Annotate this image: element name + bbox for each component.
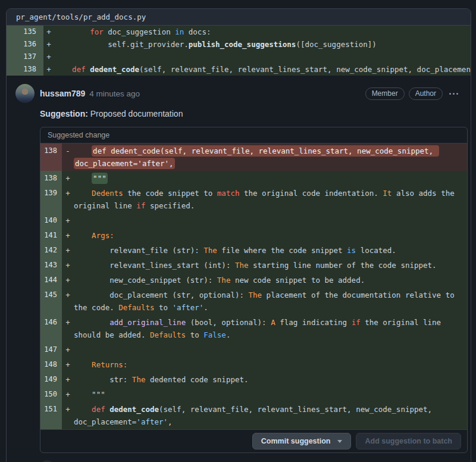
diff-marker: +	[43, 63, 54, 76]
add-suggestion-to-batch-button[interactable]: Add suggestion to batch	[356, 433, 461, 449]
line-number: 151	[40, 402, 62, 429]
code-line: Returns:	[74, 357, 467, 372]
comment-header-right: Member Author	[365, 88, 461, 100]
diff-row-add: 138+ def dedent_code(self, relevant_file…	[7, 63, 471, 76]
diff-marker: +	[62, 357, 74, 372]
code-line: """	[74, 387, 467, 402]
commit-suggestion-button[interactable]: Commit suggestion	[252, 433, 352, 449]
diff-marker: +	[43, 26, 54, 38]
line-number: 138	[7, 63, 43, 76]
diff-marker: +	[62, 342, 74, 357]
diff-marker: +	[43, 38, 54, 51]
comment-timestamp[interactable]: 4 minutes ago	[89, 89, 140, 98]
code-line: """	[74, 171, 467, 186]
line-number: 145	[40, 288, 62, 315]
diff-row-add: 148+ Returns:	[40, 357, 467, 372]
diff-row-add: 150+ """	[40, 387, 467, 402]
review-comment: hussam789 4 minutes ago Member Author Su…	[7, 76, 471, 462]
diff-row-add: 136+ self.git_provider.publish_code_sugg…	[7, 38, 471, 51]
diff-row-add: 142+ relevant_file (str): The file where…	[40, 243, 467, 258]
line-number: 136	[7, 38, 43, 51]
diff-row-add: 138+ """	[40, 171, 467, 186]
code-line: doc_placement (str, optional): The place…	[74, 288, 467, 315]
diff-row-del: 138- def dedent_code(self, relevant_file…	[40, 143, 467, 171]
diff-marker: +	[62, 273, 74, 288]
diff-row-add: 147+	[40, 342, 467, 357]
suggestion-diff: 138- def dedent_code(self, relevant_file…	[40, 143, 467, 429]
code-line: new_code_snippet (str): The new code sni…	[74, 273, 467, 288]
author-badge: Author	[409, 88, 443, 100]
diff-row-add: 149+ str: The dedented code snippet.	[40, 372, 467, 387]
line-number: 149	[40, 372, 62, 387]
line-number: 137	[7, 51, 43, 63]
diff-marker: +	[62, 387, 74, 402]
diff-row-add: 151+ def dedent_code(self, relevant_file…	[40, 402, 467, 429]
diff-row-add: 137+	[7, 51, 471, 63]
diff-row-add: 139+ Dedents the code snippet to match t…	[40, 186, 467, 213]
author-link[interactable]: hussam789	[40, 89, 85, 98]
diff-marker: +	[62, 258, 74, 273]
code-line: Dedents the code snippet to match the or…	[74, 186, 467, 213]
diff-row-add: 140+	[40, 213, 467, 228]
diff-row-add: 141+ Args:	[40, 228, 467, 243]
member-badge: Member	[365, 88, 405, 100]
diff-marker: -	[62, 143, 74, 171]
suggestion-label: Suggestion:	[40, 109, 88, 118]
code-line: str: The dedented code snippet.	[74, 372, 467, 387]
diff-row-add: 145+ doc_placement (str, optional): The …	[40, 288, 467, 315]
line-number: 141	[40, 228, 62, 243]
code-line: def dedent_code(self, relevant_file, rel…	[74, 143, 467, 171]
line-number: 135	[7, 26, 43, 38]
file-path-link[interactable]: pr_agent/tools/pr_add_docs.py	[16, 13, 146, 21]
comment-body-text: Suggestion: Proposed documentation	[40, 109, 468, 118]
diff-marker: +	[62, 171, 74, 186]
diff-marker: +	[62, 402, 74, 429]
kebab-menu-icon[interactable]	[447, 89, 461, 98]
pr-review-page: pr_agent/tools/pr_add_docs.py 135+ for d…	[0, 0, 476, 462]
code-line: def dedent_code(self, relevant_file, rel…	[54, 63, 471, 76]
diff-row-add: 135+ for doc_suggestion in docs:	[7, 26, 471, 38]
diff-row-add: 146+ add_original_line (bool, optional):…	[40, 315, 467, 342]
suggested-change-header: Suggested change	[40, 127, 467, 143]
code-line	[74, 213, 467, 228]
diff-marker: +	[62, 315, 74, 342]
dropdown-caret-icon	[337, 440, 342, 443]
line-number: 142	[40, 243, 62, 258]
avatar[interactable]	[15, 84, 35, 103]
line-number: 150	[40, 387, 62, 402]
line-number: 147	[40, 342, 62, 357]
file-context-diff: 135+ for doc_suggestion in docs:136+ sel…	[7, 26, 471, 76]
comment-header: hussam789 4 minutes ago Member Author	[40, 84, 468, 103]
code-line: self.git_provider.publish_code_suggestio…	[54, 38, 471, 51]
code-line: Args:	[74, 228, 467, 243]
code-line: relevant_lines_start (int): The starting…	[74, 258, 467, 273]
review-thread-container: pr_agent/tools/pr_add_docs.py 135+ for d…	[6, 8, 471, 462]
diff-marker: +	[62, 213, 74, 228]
diff-marker: +	[62, 288, 74, 315]
line-number: 140	[40, 213, 62, 228]
code-line	[74, 342, 467, 357]
code-line: def dedent_code(self, relevant_file, rel…	[74, 402, 467, 429]
suggested-change-block: Suggested change 138- def dedent_code(se…	[40, 127, 468, 453]
diff-marker: +	[62, 372, 74, 387]
diff-row-add: 143+ relevant_lines_start (int): The sta…	[40, 258, 467, 273]
code-line: add_original_line (bool, optional): A fl…	[74, 315, 467, 342]
code-line	[54, 51, 471, 63]
line-number: 144	[40, 273, 62, 288]
diff-marker: +	[62, 243, 74, 258]
line-number: 139	[40, 186, 62, 213]
suggestion-text: Proposed documentation	[88, 109, 183, 118]
code-line: relevant_file (str): The file where the …	[74, 243, 467, 258]
diff-marker: +	[62, 186, 74, 213]
diff-marker: +	[62, 228, 74, 243]
suggestion-footer: Commit suggestion Add suggestion to batc…	[40, 429, 467, 452]
line-number: 138	[40, 171, 62, 186]
diff-marker: +	[43, 51, 54, 63]
file-header: pr_agent/tools/pr_add_docs.py	[7, 9, 471, 26]
code-line: for doc_suggestion in docs:	[54, 26, 471, 38]
line-number: 146	[40, 315, 62, 342]
diff-row-add: 144+ new_code_snippet (str): The new cod…	[40, 273, 467, 288]
line-number: 143	[40, 258, 62, 273]
commit-suggestion-label: Commit suggestion	[261, 437, 331, 445]
line-number: 148	[40, 357, 62, 372]
